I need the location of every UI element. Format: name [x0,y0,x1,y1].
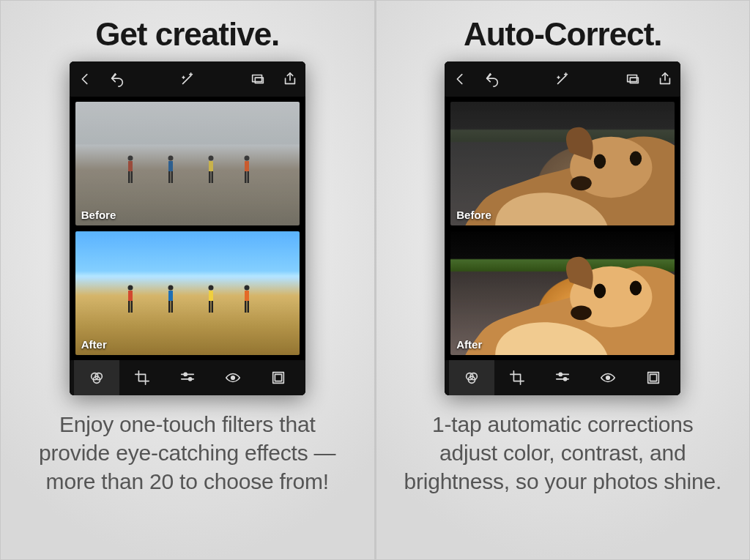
svg-point-30 [245,285,250,291]
magic-wand-icon[interactable] [554,71,571,87]
svg-point-52 [630,281,642,296]
svg-point-39 [184,373,187,376]
svg-rect-9 [171,171,173,183]
magic-wand-icon[interactable] [179,71,196,87]
people-silhouettes [75,143,300,188]
svg-point-40 [188,378,191,381]
svg-point-10 [209,156,214,161]
svg-point-59 [559,373,562,376]
svg-rect-23 [168,291,173,301]
svg-rect-33 [248,301,249,313]
crop-tab[interactable] [119,360,165,395]
svg-point-51 [594,284,606,299]
svg-rect-0 [252,75,261,82]
phone-mock: Before After [445,61,680,395]
crop-tab[interactable] [494,360,540,395]
editor-bottombar [70,359,305,395]
sliders-icon [554,370,571,386]
sliders-icon [179,370,196,386]
svg-point-14 [245,156,250,161]
undo-icon[interactable] [109,71,125,87]
editor-topbar [70,61,305,97]
svg-rect-15 [245,161,249,171]
editor-topbar [445,61,680,97]
crop-preset-icon[interactable] [625,71,641,87]
promo-panel-1: Get creative. Before [0,0,375,560]
crop-preset-icon[interactable] [250,71,266,87]
svg-rect-16 [245,171,246,183]
svg-rect-32 [245,301,246,313]
svg-point-47 [594,154,606,169]
undo-icon[interactable] [484,71,500,87]
before-after-compare: Before After [445,97,680,359]
after-image: After [75,231,300,355]
svg-rect-17 [248,171,249,183]
adjust-tab[interactable] [165,360,210,395]
svg-point-53 [571,305,592,320]
looks-tab[interactable] [74,360,119,395]
svg-rect-27 [209,291,213,301]
svg-rect-13 [212,171,213,183]
svg-rect-31 [245,291,249,301]
svg-rect-20 [128,301,130,313]
svg-rect-11 [209,161,213,171]
back-icon[interactable] [77,71,93,87]
before-image: Before [75,102,300,225]
before-label: Before [81,209,116,221]
before-image: Before [450,102,675,225]
crop-icon [509,370,525,386]
looks-tab[interactable] [449,360,494,395]
svg-point-2 [128,156,133,161]
border-tab[interactable] [631,360,676,395]
svg-rect-12 [209,171,210,183]
crop-icon [134,370,150,386]
dog-illustration [450,231,675,355]
svg-rect-24 [168,301,170,313]
redeye-tab[interactable] [585,360,631,395]
svg-rect-29 [212,301,213,313]
eye-icon [600,370,616,386]
phone-mock: Before After [70,61,305,395]
svg-rect-5 [131,171,133,183]
svg-rect-44 [628,75,637,82]
after-label: After [456,338,482,351]
headline: Get creative. [95,16,279,53]
svg-point-18 [128,285,133,291]
svg-point-60 [564,378,567,381]
svg-rect-19 [128,291,133,301]
svg-rect-28 [209,301,210,313]
eye-icon [225,370,241,386]
promo-panel-2: Auto-Correct. [375,0,751,560]
before-label: Before [456,209,491,221]
svg-point-22 [168,285,174,291]
svg-rect-63 [650,374,657,381]
svg-rect-7 [168,161,173,171]
dog-illustration [450,102,675,225]
svg-rect-25 [171,301,173,313]
caption: Enjoy one-touch filters that provide eye… [26,410,349,496]
svg-rect-4 [128,171,130,183]
looks-icon [89,370,105,386]
svg-point-26 [209,285,214,291]
headline: Auto-Correct. [464,16,662,53]
svg-point-49 [571,176,592,190]
redeye-tab[interactable] [210,360,256,395]
border-tab[interactable] [256,360,301,395]
after-image: After [450,231,675,355]
svg-rect-21 [131,301,133,313]
back-icon[interactable] [452,71,468,87]
frame-icon [270,370,286,386]
share-icon[interactable] [282,71,298,87]
before-after-compare: Before After [70,97,305,359]
editor-bottombar [445,359,680,395]
svg-rect-8 [168,171,170,183]
adjust-tab[interactable] [540,360,585,395]
svg-point-6 [168,156,174,161]
svg-rect-43 [275,374,281,381]
share-icon[interactable] [657,71,673,87]
people-silhouettes [75,273,300,318]
svg-point-48 [630,152,642,166]
svg-point-41 [231,376,234,380]
frame-icon [645,370,661,386]
looks-icon [464,370,480,386]
